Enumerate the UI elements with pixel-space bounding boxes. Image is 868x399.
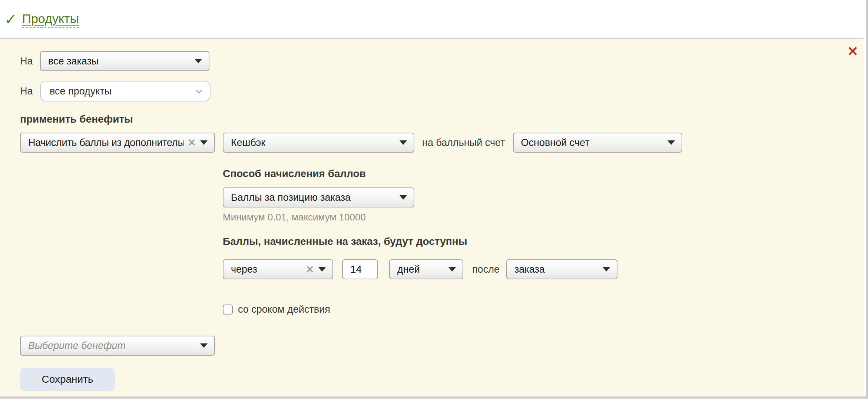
caret-down-icon <box>200 343 208 348</box>
benefit-action-select-value: Начислить баллы из дополнительн.. <box>28 137 184 149</box>
orders-label: На <box>20 56 40 67</box>
save-button[interactable]: Сохранить <box>20 368 115 391</box>
account-select[interactable]: Основной счет <box>513 133 682 153</box>
benefits-row: Начислить баллы из дополнительн.. ✕ Кешб… <box>20 133 864 153</box>
benefit-settings-panel: ✕ На все заказы На все продукты применит… <box>0 38 864 396</box>
clear-icon[interactable]: ✕ <box>306 264 314 275</box>
check-icon: ✓ <box>4 11 17 27</box>
orders-select[interactable]: все заказы <box>40 51 209 71</box>
account-select-value: Основной счет <box>521 137 663 149</box>
account-label: на балльный счет <box>422 137 505 149</box>
caret-down-icon <box>603 267 610 272</box>
clear-icon[interactable]: ✕ <box>188 137 196 149</box>
delay-mode-select-value: через <box>231 264 302 275</box>
products-select[interactable]: все продукты <box>40 81 211 102</box>
benefit-action-select[interactable]: Начислить баллы из дополнительн.. ✕ <box>20 133 215 153</box>
add-benefit-select-placeholder: Выберите бенефит <box>28 340 196 352</box>
products-label: На <box>20 86 40 97</box>
availability-label: Баллы, начисленные на заказ, будут досту… <box>223 236 864 247</box>
expiry-checkbox[interactable] <box>223 305 233 315</box>
benefit-kind-select-value: Кешбэк <box>231 137 395 149</box>
save-row: Сохранить <box>20 368 864 391</box>
caret-down-icon <box>667 140 675 145</box>
caret-down-icon <box>448 267 456 272</box>
chevron-down-icon <box>195 86 203 94</box>
after-event-select[interactable]: заказа <box>506 259 617 279</box>
delay-row: через ✕ дней после заказа <box>223 259 864 279</box>
delay-unit-select[interactable]: дней <box>389 259 463 279</box>
caret-down-icon <box>195 59 202 63</box>
page: ✓ Продукты ✕ На все заказы На все продук… <box>0 0 868 399</box>
method-select[interactable]: Баллы за позицию заказа <box>223 187 414 207</box>
apply-benefits-label: применить бенефиты <box>20 114 864 125</box>
cashback-settings-section: Способ начисления баллов Баллы за позици… <box>223 168 864 391</box>
caret-down-icon <box>400 140 407 145</box>
caret-down-icon <box>318 267 326 272</box>
add-benefit-select[interactable]: Выберите бенефит <box>20 336 215 356</box>
bottom-edge-bar <box>0 396 868 399</box>
after-event-select-value: заказа <box>514 264 598 275</box>
products-row: На все продукты <box>20 81 864 102</box>
delay-mode-select[interactable]: через ✕ <box>223 259 333 279</box>
expiry-row: со сроком действия <box>223 304 864 315</box>
expiry-checkbox-label[interactable]: со сроком действия <box>238 304 330 315</box>
orders-select-value: все заказы <box>48 56 190 67</box>
delay-days-input[interactable] <box>342 259 378 279</box>
after-label: после <box>472 264 500 275</box>
method-hint: Минимум 0.01, максимум 10000 <box>223 212 864 222</box>
products-select-value: все продукты <box>50 86 112 97</box>
close-icon[interactable]: ✕ <box>847 45 858 58</box>
benefit-kind-select[interactable]: Кешбэк <box>223 133 414 153</box>
header: ✓ Продукты <box>0 0 868 38</box>
method-select-value: Баллы за позицию заказа <box>231 192 395 203</box>
caret-down-icon <box>400 195 407 200</box>
method-row: Баллы за позицию заказа <box>223 187 864 207</box>
products-step-link[interactable]: Продукты <box>22 11 79 28</box>
add-benefit-row: Выберите бенефит <box>20 336 864 356</box>
scrollbar-edge[interactable] <box>866 0 868 396</box>
caret-down-icon <box>200 140 208 145</box>
method-label: Способ начисления баллов <box>223 168 864 179</box>
orders-row: На все заказы <box>20 51 864 71</box>
delay-unit-select-value: дней <box>397 264 444 275</box>
